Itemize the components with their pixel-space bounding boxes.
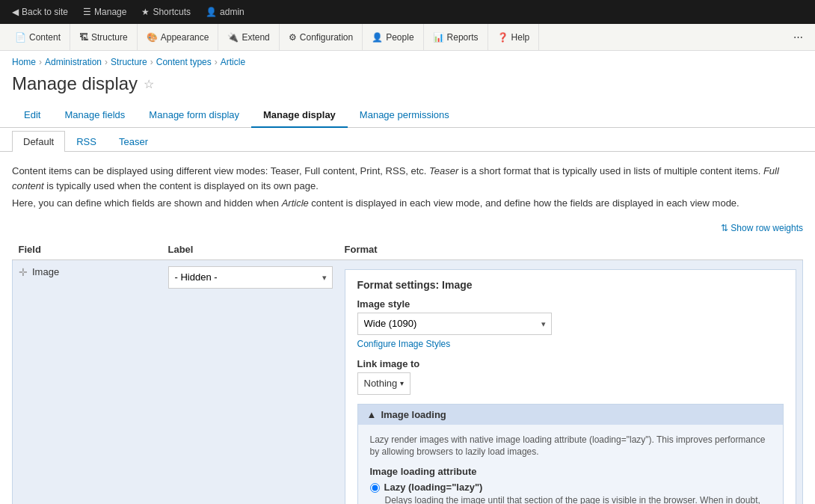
tab-manage-display[interactable]: Manage display xyxy=(251,103,348,128)
nav-expand[interactable]: ⋯ xyxy=(787,31,809,43)
configure-image-styles-link[interactable]: Configure Image Styles xyxy=(357,339,451,349)
image-loading-options: Lazy (loading="lazy") Delays loading the… xyxy=(370,482,772,504)
image-loading-title: Image loading xyxy=(381,409,446,420)
content-icon: 📄 xyxy=(15,32,26,43)
lazy-desc: Delays loading the image until that sect… xyxy=(385,494,772,504)
lazy-label: Lazy (loading="lazy") xyxy=(384,482,483,493)
collapse-icon: ▲ xyxy=(367,409,377,420)
image-label-cell: - Hidden - Above Inline Below Visually H… xyxy=(162,259,339,504)
tab-edit[interactable]: Edit xyxy=(12,103,52,128)
description-area: Content items can be displayed using dif… xyxy=(0,152,815,217)
image-style-select-wrap: Wide (1090) Thumbnail (100x100) Medium (… xyxy=(357,313,552,335)
show-row-weights[interactable]: ⇅ Show row weights xyxy=(12,217,803,239)
nav-extend[interactable]: 🔌 Extend xyxy=(218,24,279,50)
sub-tab-rss[interactable]: RSS xyxy=(65,131,108,152)
link-image-dropdown[interactable]: Nothing ▾ xyxy=(357,372,411,395)
back-to-site[interactable]: ◀ Back to site xyxy=(6,0,74,24)
structure-icon: 🏗 xyxy=(79,32,88,43)
admin-bar: ◀ Back to site ☰ Manage ★ Shortcuts 👤 ad… xyxy=(0,0,815,24)
image-loading-body: Lazy render images with native image loa… xyxy=(358,425,784,505)
manage-menu[interactable]: ☰ Manage xyxy=(77,0,132,24)
sub-tab-default[interactable]: Default xyxy=(12,131,65,152)
breadcrumb-article[interactable]: Article xyxy=(221,57,245,67)
manage-icon: ☰ xyxy=(83,7,91,17)
image-field-cell: ✛ Image xyxy=(13,259,162,504)
image-style-select[interactable]: Wide (1090) Thumbnail (100x100) Medium (… xyxy=(357,313,552,335)
shortcuts-menu[interactable]: ★ Shortcuts xyxy=(135,0,197,24)
back-icon: ◀ xyxy=(12,7,19,17)
nav-bar: 📄 Content 🏗 Structure 🎨 Appearance 🔌 Ext… xyxy=(0,24,815,51)
nav-reports[interactable]: 📊 Reports xyxy=(424,24,488,50)
nav-appearance[interactable]: 🎨 Appearance xyxy=(138,24,219,50)
image-label-select-wrap: - Hidden - Above Inline Below Visually H… xyxy=(168,266,333,289)
breadcrumb-content-types[interactable]: Content types xyxy=(156,57,212,67)
tab-manage-form-display[interactable]: Manage form display xyxy=(137,103,251,128)
bookmark-icon[interactable]: ☆ xyxy=(144,77,154,91)
nav-people[interactable]: 👤 People xyxy=(363,24,423,50)
breadcrumb-structure[interactable]: Structure xyxy=(111,57,147,67)
user-icon: 👤 xyxy=(206,7,217,17)
format-settings-title: Format settings: Image xyxy=(357,279,784,291)
nav-structure[interactable]: 🏗 Structure xyxy=(70,24,138,50)
link-image-chevron: ▾ xyxy=(400,379,404,387)
link-image-group: Link image to Nothing ▾ xyxy=(357,358,784,395)
image-style-label: Image style xyxy=(357,298,784,310)
main-content: ⇅ Show row weights Field Label Format ✛ … xyxy=(0,217,815,505)
image-label-select[interactable]: - Hidden - Above Inline Below Visually H… xyxy=(168,266,333,289)
tab-manage-permissions[interactable]: Manage permissions xyxy=(348,103,461,128)
star-icon: ★ xyxy=(141,7,150,17)
extend-icon: 🔌 xyxy=(227,32,239,43)
sub-tab-teaser[interactable]: Teaser xyxy=(108,131,159,152)
field-table: Field Label Format ✛ Image - Hidden - xyxy=(12,239,803,505)
admin-user[interactable]: 👤 admin xyxy=(200,0,250,24)
help-icon: ❓ xyxy=(497,32,508,43)
config-icon: ⚙ xyxy=(289,32,297,43)
link-image-value: Nothing xyxy=(364,378,398,389)
lazy-description: Lazy render images with native image loa… xyxy=(370,434,772,459)
lazy-option: Lazy (loading="lazy") Delays loading the… xyxy=(370,482,772,504)
image-loading-header[interactable]: ▲ Image loading xyxy=(358,405,784,425)
people-icon: 👤 xyxy=(372,32,383,43)
main-tabs: Edit Manage fields Manage form display M… xyxy=(0,103,815,128)
image-field-label: Image xyxy=(32,266,59,277)
reports-icon: 📊 xyxy=(433,32,444,43)
image-loading-section: ▲ Image loading Lazy render images with … xyxy=(357,404,784,505)
nav-help[interactable]: ❓ Help xyxy=(488,24,540,50)
link-image-label: Link image to xyxy=(357,358,784,369)
col-label: Label xyxy=(162,239,339,260)
image-style-group: Image style Wide (1090) Thumbnail (100x1… xyxy=(357,298,784,349)
table-row-image: ✛ Image - Hidden - Above Inline Below Vi… xyxy=(13,259,803,504)
format-settings-panel: Format settings: Image Image style Wide … xyxy=(345,269,797,505)
nav-configuration[interactable]: ⚙ Configuration xyxy=(280,24,363,50)
image-format-cell: Format settings: Image Image style Wide … xyxy=(339,259,803,504)
breadcrumb: Home › Administration › Structure › Cont… xyxy=(0,51,815,70)
page-title: Manage display xyxy=(12,73,138,94)
description-line1: Content items can be displayed using dif… xyxy=(12,164,803,193)
appearance-icon: 🎨 xyxy=(147,32,158,43)
weights-icon: ⇅ xyxy=(721,223,728,233)
sub-tabs: Default RSS Teaser xyxy=(0,131,815,152)
nav-content[interactable]: 📄 Content xyxy=(6,24,70,50)
page-header: Manage display ☆ xyxy=(0,70,815,103)
drag-handle-image[interactable]: ✛ xyxy=(19,266,28,278)
col-format: Format xyxy=(339,239,803,260)
description-line2: Here, you can define which fields are sh… xyxy=(12,196,803,211)
breadcrumb-admin[interactable]: Administration xyxy=(45,57,102,67)
img-loading-attr-label: Image loading attribute xyxy=(370,466,772,477)
table-header: Field Label Format xyxy=(13,239,803,260)
breadcrumb-home[interactable]: Home xyxy=(12,57,36,67)
lazy-radio[interactable] xyxy=(370,483,380,493)
col-field: Field xyxy=(13,239,162,260)
tab-manage-fields[interactable]: Manage fields xyxy=(52,103,137,128)
